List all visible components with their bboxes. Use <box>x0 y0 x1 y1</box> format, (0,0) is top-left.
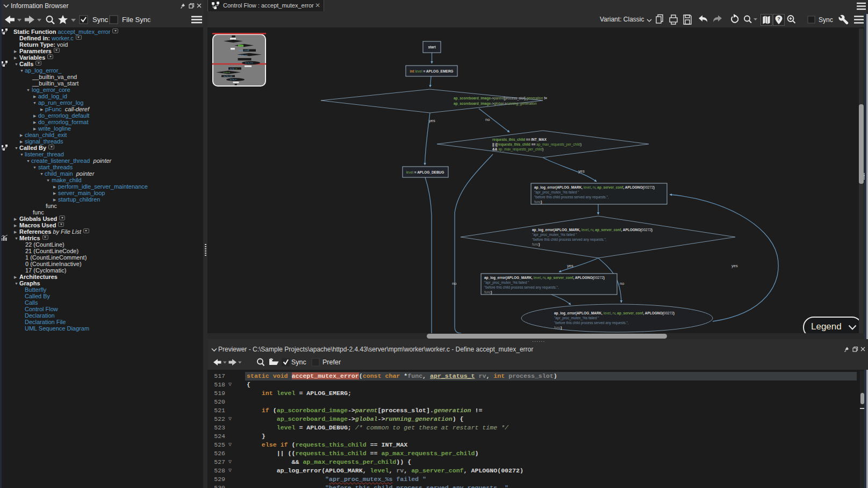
svg-text:ap_log_err: ap_log_err <box>230 78 237 81</box>
svg-text:no: no <box>485 117 490 122</box>
svg-text:err: err <box>235 68 237 70</box>
svg-text:Sync: Sync <box>291 358 306 366</box>
svg-text:start: start <box>428 45 436 49</box>
svg-text:yes: yes <box>578 169 585 174</box>
svg-text:ap_scoreboard_image->parent[pr: ap_scoreboard_image->parent[process_slot… <box>454 96 547 101</box>
svg-text:"apr_proc_mutex_%s failed ": "apr_proc_mutex_%s failed " <box>534 190 579 195</box>
svg-text:func): func) <box>484 290 492 295</box>
svg-text:int level = APLOG_EMERG: int level = APLOG_EMERG <box>410 69 454 73</box>
svg-text:ap_log_error(APLOG_MARK, level: ap_log_error(APLOG_MARK, level, rv, ap_s… <box>484 276 605 280</box>
svg-text:requests_this_child == INT_MAX: requests_this_child == INT_MAX <box>492 138 547 142</box>
svg-text:"before this child process ser: "before this child process served any re… <box>554 321 629 325</box>
svg-text:?: ? <box>777 16 780 21</box>
svg-text:level = APLOG_DEBUG: level = APLOG_DEBUG <box>406 170 444 174</box>
svg-text:Sync: Sync <box>92 16 108 24</box>
svg-text:ap_log_error: ap_log_error <box>245 62 253 64</box>
svg-text:"apr_proc_mutex_%s failed ": "apr_proc_mutex_%s failed " <box>554 316 599 320</box>
svg-text:"apr_proc_mutex_%s failed ": "apr_proc_mutex_%s failed " <box>484 281 529 285</box>
svg-text:ap_log_error: ap_log_error <box>240 54 248 56</box>
svg-text:yes: yes <box>731 263 738 268</box>
svg-text:Prefer: Prefer <box>322 358 341 366</box>
svg-text:ap_log: ap_log <box>230 68 234 70</box>
svg-text:ap_scoreboard_image->global->r: ap_scoreboard_image->global->running_gen… <box>454 102 537 106</box>
svg-text:File Sync: File Sync <box>122 16 151 24</box>
svg-text:func): func) <box>534 200 542 204</box>
svg-text:func): func) <box>532 242 540 247</box>
svg-text:"apr_proc_mutex_%s failed ": "apr_proc_mutex_%s failed " <box>532 233 577 237</box>
svg-text:"before this child process ser: "before this child process served any re… <box>484 285 559 290</box>
svg-text:yes: yes <box>429 118 435 123</box>
svg-text:&& ap_max_requests_per_child): && ap_max_requests_per_child) <box>492 147 543 152</box>
svg-text:req_this_child: req_this_child <box>224 75 233 77</box>
svg-text:ap_log_error AP: ap_log_error AP <box>239 49 249 52</box>
svg-text:ap_log_error(APLOG_MARK, level: ap_log_error(APLOG_MARK, level, rv, ap_s… <box>532 228 652 232</box>
svg-text:"before this child process ser: "before this child process served any re… <box>532 238 607 242</box>
svg-text:ap_log_error(APLOG_MARK, level: ap_log_error(APLOG_MARK, level, rv, ap_s… <box>554 311 675 315</box>
svg-text:|| ((requests_this_child == ap: || ((requests_this_child == ap_max_reque… <box>492 142 582 147</box>
svg-text:Sync: Sync <box>819 16 833 24</box>
svg-text:no: no <box>620 281 624 286</box>
svg-text:ap_log_error(APLOG_MARK, level: ap_log_error(APLOG_MARK, level, rv, ap_s… <box>534 185 655 190</box>
svg-text:yes: yes <box>567 263 573 268</box>
svg-text:no: no <box>452 281 456 286</box>
svg-text:func): func) <box>554 326 562 330</box>
svg-text:"before this child process ser: "before this child process served any re… <box>534 195 609 199</box>
svg-text:scoreboard: scoreboard <box>223 71 231 74</box>
